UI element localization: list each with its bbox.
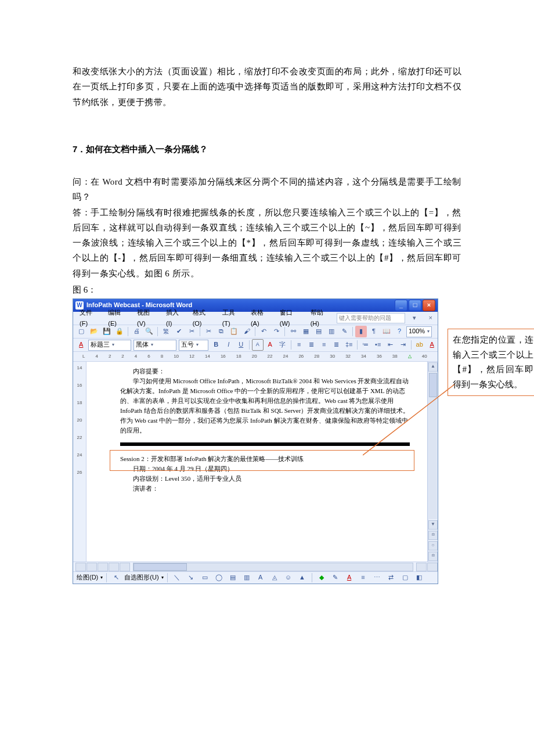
char-shading-icon[interactable]: A — [265, 339, 276, 351]
docmap-icon[interactable]: ▮ — [355, 326, 367, 337]
intro-paragraph: 和改变纸张大小的方法（页面设置）相比，缩放打印不会改变页面的布局；此外，缩放打印… — [73, 64, 461, 110]
line-color-icon[interactable]: ✎ — [330, 572, 341, 584]
formatting-toolbar: A 标题三▾ 黑体▾ 五号▾ B I U A A 字 ≡ ≣ ≡ ≣ ‡≡ ≔ … — [73, 339, 438, 352]
font-combo[interactable]: 黑体▾ — [134, 340, 176, 351]
inc-indent-icon[interactable]: ⇥ — [397, 339, 409, 351]
menu-edit[interactable]: 编辑(E) — [105, 307, 132, 330]
line-icon[interactable]: ＼ — [171, 572, 183, 584]
font-color-icon[interactable]: A — [426, 339, 438, 351]
dropdown-icon[interactable]: ▾ — [410, 312, 419, 324]
doc-heading-text: 内容提要： — [120, 366, 410, 376]
font-color-draw-icon[interactable]: A — [344, 572, 355, 584]
styles-pane-icon[interactable]: A — [75, 339, 87, 351]
oval-icon[interactable]: ◯ — [213, 572, 225, 584]
arrow-icon[interactable]: ↘ — [185, 572, 197, 584]
shadow-icon[interactable]: ▢ — [399, 572, 411, 584]
vtextbox-icon[interactable]: ▥ — [241, 572, 252, 584]
weblayout-view-icon[interactable] — [86, 563, 97, 571]
menu-tools[interactable]: 工具(T) — [219, 307, 246, 330]
printlayout-view-icon[interactable] — [98, 563, 108, 571]
align-center-icon[interactable]: ≣ — [306, 339, 317, 351]
section-heading: 7．如何在文档中插入一条分隔线？ — [73, 142, 461, 157]
browse-object-icon[interactable]: ○ — [428, 541, 438, 550]
select-objects-icon[interactable]: ↖ — [110, 572, 122, 584]
doc-speaker-line: 演讲者： — [120, 484, 410, 494]
menubar: 文件(F) 编辑(E) 视图(V) 插入(I) 格式(O) 工具(T) 表格(A… — [73, 312, 438, 325]
menu-window[interactable]: 窗口(W) — [277, 307, 305, 330]
doc-close-button[interactable]: × — [426, 312, 435, 324]
arrow-style-icon[interactable]: ⇄ — [385, 572, 397, 584]
3d-icon[interactable]: ◧ — [413, 572, 425, 584]
drawing-icon[interactable]: ✎ — [338, 326, 350, 337]
textbox-icon[interactable]: ▤ — [227, 572, 239, 584]
minimize-button[interactable]: _ — [395, 300, 407, 311]
maximize-button[interactable]: □ — [409, 300, 421, 311]
ruler-horizontal[interactable]: L 42 24 68 1012 1416 1820 2224 2628 3032… — [73, 352, 438, 362]
help-icon[interactable]: ? — [394, 326, 405, 337]
prev-page-icon[interactable]: ≏ — [428, 531, 438, 540]
bullets-icon[interactable]: •≡ — [372, 339, 384, 351]
scroll-left-icon[interactable] — [416, 563, 427, 571]
doc-date-line: 日期：2004 年 4 月 29 日（星期四） — [120, 464, 410, 474]
highlight-icon[interactable]: ab — [414, 339, 425, 351]
outline-view-icon[interactable] — [109, 563, 119, 571]
scroll-down-icon[interactable]: ▼ — [428, 520, 438, 530]
diagram-icon[interactable]: ◬ — [269, 572, 280, 584]
char-scaling-icon[interactable]: 字 — [277, 339, 288, 351]
drawing-toolbar: 绘图(D)▾ ↖ 自选图形(U)▾ ＼ ↘ ▭ ◯ ▤ ▥ A ◬ ☺ ▲ ◆ … — [73, 571, 438, 584]
clipart-icon[interactable]: ☺ — [283, 572, 294, 584]
menu-table[interactable]: 表格(A) — [248, 307, 275, 330]
italic-icon[interactable]: I — [223, 339, 234, 351]
char-border-icon[interactable]: A — [252, 339, 264, 351]
scroll-up-icon[interactable]: ▲ — [428, 362, 438, 372]
menu-view[interactable]: 视图(V) — [134, 307, 161, 330]
autoshapes-menu[interactable]: 自选图形(U) — [124, 572, 158, 583]
doc-level-line: 内容级别：Level 350，适用于专业人员 — [120, 474, 410, 484]
menu-format[interactable]: 格式(O) — [190, 307, 217, 330]
normal-view-icon[interactable] — [75, 563, 86, 571]
align-left-icon[interactable]: ≡ — [293, 339, 305, 351]
help-search-input[interactable]: 键入需要帮助的问题 — [337, 313, 405, 323]
menu-help[interactable]: 帮助(H) — [308, 307, 334, 330]
numbering-icon[interactable]: ≔ — [360, 339, 371, 351]
callout-leader-line — [363, 380, 461, 461]
show-marks-icon[interactable]: ¶ — [368, 326, 380, 337]
bold-icon[interactable]: B — [211, 339, 222, 351]
horizontal-scrollbar[interactable] — [133, 563, 413, 571]
ruler-vertical[interactable]: 1416 1820 2224 26 — [73, 362, 86, 561]
style-combo[interactable]: 标题三▾ — [88, 340, 131, 351]
close-button[interactable]: × — [423, 300, 435, 311]
picture-icon[interactable]: ▲ — [297, 572, 308, 584]
dec-indent-icon[interactable]: ⇤ — [385, 339, 396, 351]
question-paragraph: 问：在 Word 文档中有时需要添加分隔线来区分两个不同的描述内容，这个分隔线是… — [73, 174, 461, 205]
dash-style-icon[interactable]: ⋯ — [371, 572, 383, 584]
fontsize-combo[interactable]: 五号▾ — [179, 340, 208, 351]
draw-menu[interactable]: 绘图(D) — [77, 572, 98, 583]
line-style-icon[interactable]: ≡ — [358, 572, 369, 584]
reading-view-icon[interactable] — [120, 563, 130, 571]
fill-color-icon[interactable]: ◆ — [316, 572, 327, 584]
scroll-right-icon[interactable] — [427, 563, 438, 571]
zoom-combo[interactable]: 100%▾ — [406, 326, 432, 337]
wordart-icon[interactable]: A — [255, 572, 266, 584]
menu-insert[interactable]: 插入(I) — [163, 307, 187, 330]
rect-icon[interactable]: ▭ — [199, 572, 211, 584]
view-buttons-bar — [73, 561, 438, 571]
answer-paragraph: 答：手工绘制分隔线有时很难把握线条的长度，所以您只要连续输入三个或三个以上的【=… — [73, 205, 461, 281]
line-spacing-icon[interactable]: ‡≡ — [343, 339, 355, 351]
reading-icon[interactable]: 📖 — [381, 326, 392, 337]
figure-label: 图 6： — [73, 282, 461, 297]
menu-file[interactable]: 文件(F) — [77, 307, 103, 330]
svg-line-0 — [363, 384, 454, 455]
underline-icon[interactable]: U — [236, 339, 247, 351]
align-right-icon[interactable]: ≡ — [318, 339, 330, 351]
align-justify-icon[interactable]: ≣ — [331, 339, 342, 351]
next-page-icon[interactable]: ≏ — [428, 552, 438, 561]
